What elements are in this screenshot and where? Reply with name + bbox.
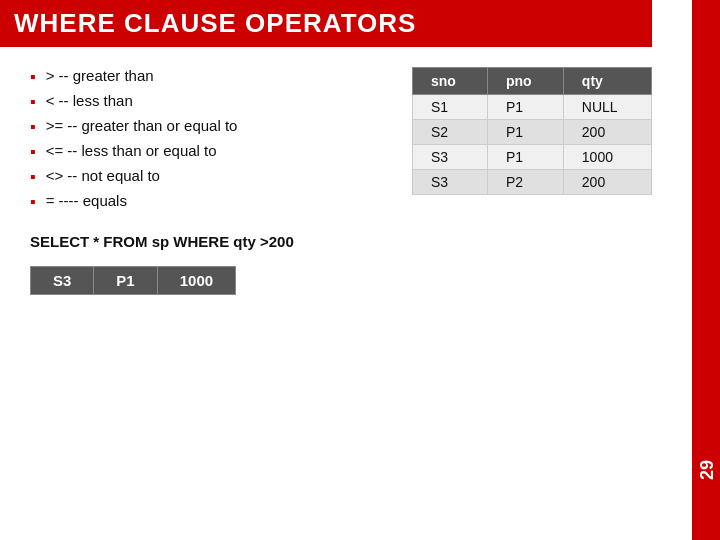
table-row: S1P1NULL xyxy=(413,95,652,120)
bullet-item-1: > -- greater than xyxy=(30,67,382,86)
bullet-item-2: < -- less than xyxy=(30,92,382,111)
cell-r2-c2: 1000 xyxy=(563,145,651,170)
cell-r3-c2: 200 xyxy=(563,170,651,195)
right-column: snopnoqty S1P1NULLS2P1200S3P11000S3P2200 xyxy=(412,67,652,195)
result-cell-2: 1000 xyxy=(157,267,235,295)
table-row: S2P1200 xyxy=(413,120,652,145)
table-row: S3P11000 xyxy=(413,145,652,170)
cell-r0-c2: NULL xyxy=(563,95,651,120)
result-cell-1: P1 xyxy=(94,267,157,295)
cell-r0-c1: P1 xyxy=(487,95,563,120)
cell-r0-c0: S1 xyxy=(413,95,488,120)
col-header-qty: qty xyxy=(563,68,651,95)
operators-list: > -- greater than< -- less than>= -- gre… xyxy=(30,67,382,211)
cell-r3-c1: P2 xyxy=(487,170,563,195)
page-number: 29 xyxy=(697,460,718,480)
bullet-item-6: = ---- equals xyxy=(30,192,382,211)
red-sidebar: 29 xyxy=(692,0,720,540)
cell-r1-c0: S2 xyxy=(413,120,488,145)
table-row: S3P2200 xyxy=(413,170,652,195)
cell-r1-c2: 200 xyxy=(563,120,651,145)
cell-r1-c1: P1 xyxy=(487,120,563,145)
left-column: > -- greater than< -- less than>= -- gre… xyxy=(30,67,382,295)
cell-r2-c1: P1 xyxy=(487,145,563,170)
data-table: snopnoqty S1P1NULLS2P1200S3P11000S3P2200 xyxy=(412,67,652,195)
title-bar: WHERE CLAUSE OPERATORS xyxy=(0,0,652,47)
result-cell-0: S3 xyxy=(31,267,94,295)
cell-r2-c0: S3 xyxy=(413,145,488,170)
sql-query: SELECT * FROM sp WHERE qty >200 xyxy=(30,233,382,250)
bullet-item-4: <= -- less than or equal to xyxy=(30,142,382,161)
page-title: WHERE CLAUSE OPERATORS xyxy=(14,8,638,39)
result-row: S3P11000 xyxy=(31,267,236,295)
col-header-pno: pno xyxy=(487,68,563,95)
cell-r3-c0: S3 xyxy=(413,170,488,195)
result-table: S3P11000 xyxy=(30,266,236,295)
main-content: > -- greater than< -- less than>= -- gre… xyxy=(30,67,652,295)
col-header-sno: sno xyxy=(413,68,488,95)
bullet-item-3: >= -- greater than or equal to xyxy=(30,117,382,136)
bullet-item-5: <> -- not equal to xyxy=(30,167,382,186)
